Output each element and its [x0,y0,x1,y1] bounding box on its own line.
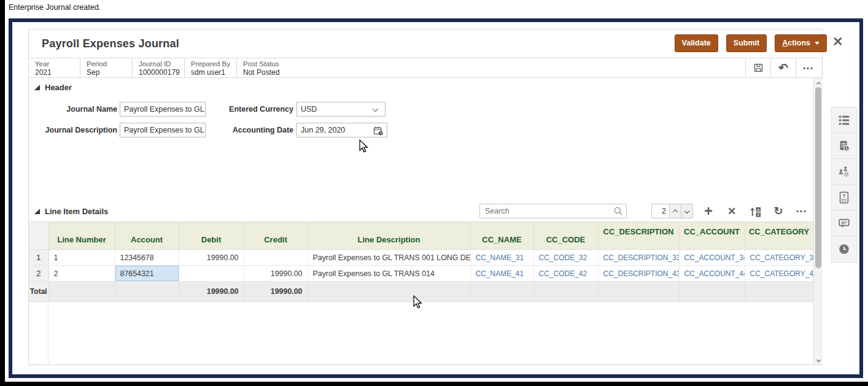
cell-credit[interactable] [244,250,308,266]
cell-line-number[interactable]: 2 [48,266,115,282]
total-credit: 19990.00 [244,282,308,302]
cell-account-selected[interactable]: 87654321 [115,266,179,282]
column-header-cc-name[interactable]: CC_NAME [470,222,533,250]
column-header-cc-account[interactable]: CC_ACCOUNT [679,222,745,250]
cell-account[interactable]: 12345678 [115,250,179,266]
scroll-down-button[interactable] [814,355,823,364]
close-icon[interactable]: ✕ [832,35,843,48]
row-number-input[interactable] [651,204,670,218]
scroll-up-button[interactable] [814,79,823,87]
help-card-icon: ? [837,191,851,204]
right-toolbar: ? [831,107,857,263]
properties-list-button[interactable] [832,107,856,133]
sort-button[interactable]: A Z [746,204,764,218]
cell-line-number[interactable]: 1 [48,250,115,266]
chevron-down-icon [373,106,379,112]
submit-button[interactable]: Submit [726,34,767,52]
journal-name-field[interactable]: Payroll Expenses to GL T [120,102,206,117]
list-icon [837,114,851,127]
journal-info-strip: Year 2021 Period Sep Journal ID 10000001… [29,58,822,78]
cell-cc-code[interactable]: CC_CODE_32 [533,250,598,266]
column-header-line-number[interactable]: Line Number [48,222,115,250]
status-message: Enterprise Journal created. [9,3,101,12]
journal-name-label: Journal Name [37,102,117,117]
line-items-section-title: Line Item Details [45,207,108,216]
more-options-button[interactable]: ••• [796,58,821,77]
svg-text:Z: Z [757,212,759,217]
undo-button[interactable]: ↶ [770,58,796,77]
header-section-toggle[interactable]: Header [34,83,72,92]
table-more-options-button[interactable]: ••• [792,204,811,218]
undo-icon: ↶ [778,63,788,74]
workflow-users-button[interactable] [832,159,856,185]
add-row-button[interactable]: + [699,204,718,218]
scrollbar-thumb[interactable] [815,87,821,268]
cell-cc-category[interactable]: CC_CATEGORY_35 [745,250,813,266]
column-header-account[interactable]: Account [115,222,179,250]
history-clock-icon [837,242,851,256]
actions-button[interactable]: Actions [775,34,827,52]
screen-edge-bottom [0,382,868,386]
cell-cc-description[interactable]: CC_DESCRIPTION_43 [598,266,679,282]
cell-cc-account[interactable]: CC_ACCOUNT_44 [679,266,745,282]
actions-button-label: Actions [782,39,810,47]
svg-text:A: A [757,207,760,211]
vertical-scrollbar[interactable] [813,78,823,365]
spinner-down-button[interactable] [681,204,693,218]
info-value: 2021 [35,68,80,77]
chevron-down-icon [816,357,820,361]
row-header[interactable]: 2 [29,266,48,282]
comments-button[interactable] [832,210,856,236]
validate-button[interactable]: Validate [675,34,718,52]
journal-description-field[interactable]: Payroll Expenses to GL T [120,123,206,137]
section-expanded-triangle-icon [34,84,41,91]
row-header[interactable]: 1 [29,250,48,266]
info-label: Period [87,60,132,68]
column-header-cc-description[interactable]: CC_DESCRIPTION [598,222,679,250]
cell-cc-description[interactable]: CC_DESCRIPTION_33 [598,250,679,266]
total-row: Total 19990.00 19990.00 [29,282,813,302]
ellipsis-icon: ••• [803,64,814,72]
cell-debit[interactable]: 19990.00 [179,250,244,266]
plus-icon: + [704,204,713,218]
search-icon[interactable] [613,206,624,217]
search-input[interactable] [479,204,627,218]
info-field-journal-id: Journal ID 1000000179 [133,58,185,77]
column-header-cc-category[interactable]: CC_CATEGORY [745,222,813,250]
cell-cc-category[interactable]: CC_CATEGORY_45 [745,266,813,282]
calendar-icon[interactable] [373,125,384,136]
chevron-down-icon [815,42,820,45]
journal-description-label: Journal Description [37,123,117,137]
cell-cc-account[interactable]: CC_ACCOUNT_34 [679,250,745,266]
column-header-debit[interactable]: Debit [179,222,244,250]
title-bar: Payroll Expenses Journal Validate Submit… [29,29,822,58]
journal-info-icon [837,139,851,153]
cell-cc-name[interactable]: CC_NAME_41 [470,266,533,282]
cell-credit[interactable]: 19990.00 [244,266,308,282]
cell-debit[interactable] [179,266,244,282]
journal-info-button[interactable] [832,133,856,159]
info-label: Year [35,60,80,68]
help-questions-button[interactable]: ? [832,185,856,210]
entered-currency-select[interactable]: USD [296,102,386,117]
info-label: Journal ID [139,60,184,68]
cell-line-description[interactable]: Payroll Expenses to GL TRANS 001 LONG DE… [308,250,470,266]
column-header-cc-code[interactable]: CC_CODE [533,222,598,250]
line-items-section-toggle[interactable]: Line Item Details [34,207,108,216]
column-header-credit[interactable]: Credit [244,222,308,250]
refresh-button[interactable]: ↻ [769,204,788,218]
delete-row-button[interactable]: ✕ [723,204,741,218]
entered-currency-value: USD [301,105,317,114]
history-button[interactable] [832,236,856,262]
cell-line-description[interactable]: Payroll Expenses to GL TRANS 014 [308,266,470,282]
section-expanded-triangle-icon [34,208,41,215]
column-header-line-description[interactable]: Line Description [308,222,470,250]
save-button[interactable] [745,58,770,77]
total-cell-empty [679,282,745,302]
accounting-date-value: Jun 29, 2020 [301,126,345,134]
cell-cc-name[interactable]: CC_NAME_31 [470,250,533,266]
info-field-prepared-by: Prepared By sdm user1 [185,58,237,77]
spinner-up-button[interactable] [669,204,681,218]
accounting-date-field[interactable]: Jun 29, 2020 [296,123,387,137]
cell-cc-code[interactable]: CC_CODE_42 [533,266,598,282]
